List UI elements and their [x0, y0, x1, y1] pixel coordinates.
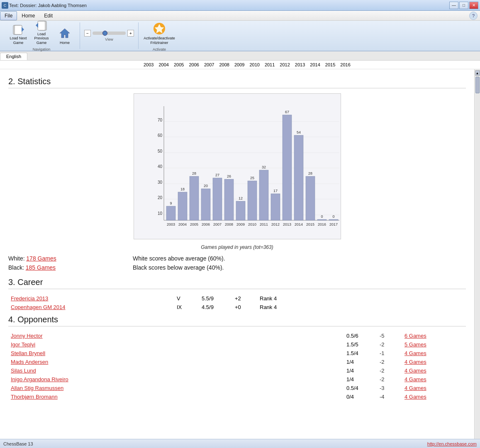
opponent-games-3[interactable]: 4 Games [402, 358, 466, 366]
opponent-games-0[interactable]: 6 Games [402, 331, 466, 340]
event-round-copenhagen: IX [174, 303, 199, 312]
svg-text:2015: 2015 [306, 222, 314, 226]
scrollbar[interactable]: ▲ ▼ [474, 69, 480, 447]
opponents-title: 4. Opponents [8, 315, 466, 326]
navigation-label: Navigation [33, 47, 51, 51]
svg-marker-2 [22, 27, 24, 32]
svg-text:70: 70 [157, 118, 162, 122]
minimize-button[interactable]: — [449, 2, 458, 9]
maximize-button[interactable]: □ [459, 2, 468, 9]
opponent-name-6[interactable]: Allan Stig Rasmussen [8, 384, 344, 392]
event-name-copenhagen[interactable]: Copenhagen GM 2014 [8, 303, 174, 312]
svg-text:2009: 2009 [236, 222, 244, 226]
svg-rect-33 [213, 178, 222, 220]
event-name-fredericia[interactable]: Fredericia 2013 [8, 294, 174, 303]
menu-home[interactable]: Home [17, 11, 39, 20]
year-2006[interactable]: 2006 [186, 62, 201, 67]
year-2010[interactable]: 2010 [247, 62, 262, 67]
opponent-score-2: 1.5/4 [344, 349, 377, 358]
opponent-name-4[interactable]: Silas Lund [8, 366, 344, 375]
statistics-title: 2. Statistics [8, 77, 466, 88]
opponent-games-7[interactable]: 4 Games [402, 392, 466, 401]
year-2004[interactable]: 2004 [156, 62, 171, 67]
zoom-handle[interactable] [102, 31, 107, 36]
svg-rect-39 [248, 181, 257, 220]
zoom-controls: − + [84, 30, 134, 37]
view-label: View [105, 37, 113, 41]
home-icon [58, 27, 71, 40]
opponent-name-1[interactable]: Igor Teplyi [8, 340, 344, 349]
year-2012[interactable]: 2012 [277, 62, 292, 67]
opponent-games-2[interactable]: 4 Games [402, 349, 466, 358]
year-2011[interactable]: 2011 [262, 62, 277, 67]
load-next-label: Load NextGame [10, 36, 27, 45]
load-prev-game-button[interactable]: Load PreviousGame [31, 22, 52, 46]
opponent-name-2[interactable]: Stellan Brynell [8, 349, 344, 358]
opponent-name-7[interactable]: Thorbjørn Bromann [8, 392, 344, 401]
svg-rect-45 [283, 115, 292, 220]
svg-text:2008: 2008 [224, 222, 233, 226]
black-games-link[interactable]: 185 Games [26, 264, 56, 271]
menu-file[interactable]: File [0, 11, 17, 20]
ribbon-nav-buttons: Load NextGame Load PreviousGame [7, 22, 76, 46]
svg-text:60: 60 [157, 133, 162, 138]
black-label: Black: [8, 264, 24, 271]
opponent-score-5: 1/4 [344, 375, 377, 384]
scroll-thumb[interactable] [475, 77, 480, 93]
year-2016[interactable]: 2016 [338, 62, 353, 67]
svg-text:2017: 2017 [329, 222, 337, 226]
zoom-slider[interactable] [93, 32, 126, 35]
menu-edit[interactable]: Edit [39, 11, 57, 20]
year-2005[interactable]: 2005 [171, 62, 186, 67]
svg-text:28: 28 [308, 171, 312, 175]
tab-english[interactable]: English [0, 53, 27, 60]
year-2007[interactable]: 2007 [202, 62, 217, 67]
opponent-games-1[interactable]: 5 Games [402, 340, 466, 349]
opponent-row-1: Igor Teplyi 1.5/5 -2 5 Games [8, 340, 466, 349]
svg-rect-25 [166, 206, 175, 220]
home-label: Home [60, 41, 70, 45]
chart-wrapper: 10 20 30 40 50 60 70 [8, 93, 466, 243]
year-2013[interactable]: 2013 [292, 62, 307, 67]
app-icon: C [2, 2, 8, 9]
title-bar: C Text: Dossier: Jakob Aabling Thomsen —… [0, 0, 480, 11]
help-icon[interactable]: ? [469, 12, 478, 20]
zoom-in-button[interactable]: + [127, 30, 134, 37]
tab-bar: English [0, 51, 480, 61]
svg-rect-1 [15, 25, 22, 34]
load-next-game-button[interactable]: Load NextGame [7, 22, 29, 46]
white-games-cell: White: 178 Games [8, 255, 124, 262]
opponent-games-4[interactable]: 4 Games [402, 366, 466, 375]
svg-rect-47 [294, 135, 303, 220]
zoom-out-button[interactable]: − [84, 30, 91, 37]
home-button[interactable]: Home [54, 22, 76, 46]
svg-text:2013: 2013 [283, 222, 291, 226]
year-nav: 2003 2004 2005 2006 2007 2008 2009 2010 … [0, 61, 480, 69]
year-2003[interactable]: 2003 [141, 62, 156, 67]
black-games-row: Black: 185 Games Black scores below aver… [8, 264, 466, 271]
bar-chart-svg: 10 20 30 40 50 60 70 [151, 98, 341, 226]
opponent-diff-3: -2 [377, 358, 402, 366]
event-score-fredericia: 5.5/9 [199, 294, 232, 303]
scroll-up-button[interactable]: ▲ [475, 70, 480, 76]
opponent-name-0[interactable]: Jonny Hector [8, 331, 344, 340]
opponent-diff-5: -2 [377, 375, 402, 384]
status-right[interactable]: http://en.chessbase.com [427, 441, 477, 446]
opponent-games-5[interactable]: 4 Games [402, 375, 466, 384]
svg-text:54: 54 [296, 130, 300, 134]
opponent-diff-6: -3 [377, 384, 402, 392]
svg-text:12: 12 [238, 196, 242, 200]
year-2015[interactable]: 2015 [323, 62, 338, 67]
year-2009[interactable]: 2009 [232, 62, 247, 67]
white-games-link[interactable]: 178 Games [26, 255, 56, 262]
activate-fritz-button[interactable]: Activate/deactivateFritztrainer [143, 22, 176, 46]
year-2008[interactable]: 2008 [217, 62, 231, 67]
opponent-name-5[interactable]: Inigo Argandona Riveiro [8, 375, 344, 384]
opponent-games-6[interactable]: 4 Games [402, 384, 466, 392]
section-opponents: 4. Opponents Jonny Hector 0.5/6 -5 6 Gam… [8, 315, 466, 401]
opponent-name-3[interactable]: Mads Andersen [8, 358, 344, 366]
year-2014[interactable]: 2014 [307, 62, 322, 67]
svg-rect-27 [178, 192, 187, 220]
scroll-track[interactable] [475, 76, 480, 441]
close-button[interactable]: ✕ [469, 2, 478, 9]
